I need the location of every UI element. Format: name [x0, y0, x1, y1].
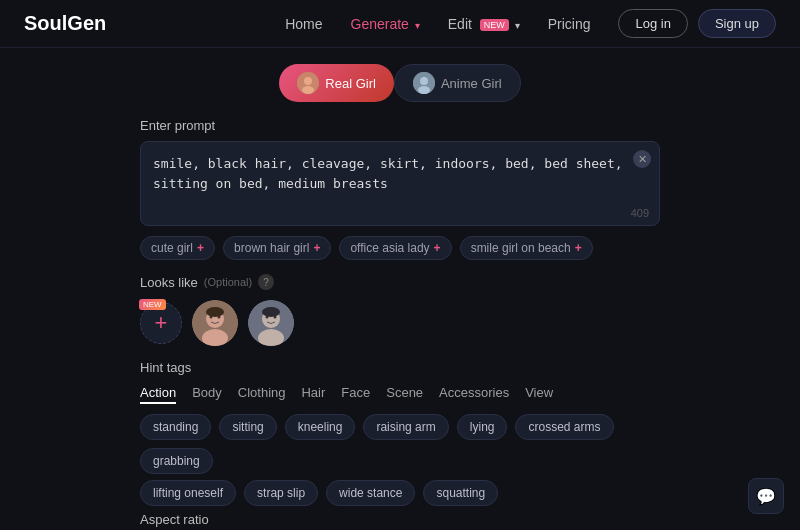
real-girl-avatar [297, 72, 319, 94]
looks-label: Looks like [140, 275, 198, 290]
signup-button[interactable]: Sign up [698, 9, 776, 38]
hint-cat-view[interactable]: View [525, 385, 553, 404]
hint-tag-strap-slip[interactable]: strap slip [244, 480, 318, 506]
svg-point-1 [304, 77, 312, 85]
hint-tag-squatting[interactable]: squatting [423, 480, 498, 506]
main-content: Real Girl Anime Girl Enter prompt smile,… [0, 48, 800, 530]
hint-cat-scene[interactable]: Scene [386, 385, 423, 404]
svg-point-17 [262, 307, 280, 317]
hint-tags-row-1: standing sitting kneeling raising arm ly… [140, 414, 660, 474]
looks-items: NEW + [140, 300, 660, 346]
chat-icon: 💬 [756, 487, 776, 506]
hint-categories: Action Body Clothing Hair Face Scene Acc… [140, 385, 660, 404]
look-avatar-2[interactable] [248, 300, 294, 346]
edit-new-badge: NEW [480, 19, 509, 31]
hint-cat-accessories[interactable]: Accessories [439, 385, 509, 404]
real-girl-face-icon [297, 72, 319, 94]
prompt-char-count: 409 [631, 207, 649, 219]
svg-point-2 [302, 86, 314, 94]
hint-tag-lifting-oneself[interactable]: lifting oneself [140, 480, 236, 506]
svg-point-11 [206, 307, 224, 317]
generate-arrow-icon: ▾ [415, 20, 420, 31]
look-avatar-1-face-icon [192, 300, 238, 346]
svg-point-4 [420, 77, 428, 85]
quick-tag-2[interactable]: office asia lady + [339, 236, 451, 260]
hint-tag-sitting[interactable]: sitting [219, 414, 276, 440]
quick-tag-0-plus: + [197, 241, 204, 255]
tab-real-girl[interactable]: Real Girl [279, 64, 394, 102]
hint-tag-raising-arm[interactable]: raising arm [363, 414, 448, 440]
quick-tag-2-plus: + [434, 241, 441, 255]
hint-tag-crossed-arms[interactable]: crossed arms [515, 414, 613, 440]
hint-cat-hair[interactable]: Hair [301, 385, 325, 404]
looks-like-header: Looks like (Optional) ? [140, 274, 660, 290]
hint-cat-face[interactable]: Face [341, 385, 370, 404]
quick-tags: cute girl + brown hair girl + office asi… [140, 236, 660, 260]
hint-tags-row-2: lifting oneself strap slip wide stance s… [140, 480, 660, 506]
hint-cat-body[interactable]: Body [192, 385, 222, 404]
quick-tag-1-plus: + [313, 241, 320, 255]
prompt-clear-button[interactable]: ✕ [633, 150, 651, 168]
login-button[interactable]: Log in [618, 9, 687, 38]
add-look-plus-icon: + [155, 310, 168, 336]
hint-cat-clothing[interactable]: Clothing [238, 385, 286, 404]
edit-arrow-icon: ▾ [515, 20, 520, 31]
chat-button[interactable]: 💬 [748, 478, 784, 514]
hint-tag-grabbing[interactable]: grabbing [140, 448, 213, 474]
nav-actions: Log in Sign up [618, 9, 776, 38]
looks-help-icon[interactable]: ? [258, 274, 274, 290]
hint-tag-standing[interactable]: standing [140, 414, 211, 440]
hint-tag-lying[interactable]: lying [457, 414, 508, 440]
tab-anime-girl[interactable]: Anime Girl [394, 64, 521, 102]
add-look-new-badge: NEW [139, 299, 166, 310]
prompt-input[interactable]: smile, black hair, cleavage, skirt, indo… [141, 142, 659, 222]
nav-links: Home Generate ▾ Edit NEW ▾ Pricing [285, 16, 590, 32]
nav-generate[interactable]: Generate ▾ [351, 16, 420, 32]
navbar: SoulGen Home Generate ▾ Edit NEW ▾ Prici… [0, 0, 800, 48]
quick-tag-3[interactable]: smile girl on beach + [460, 236, 593, 260]
add-look-button[interactable]: NEW + [140, 302, 182, 344]
nav-home[interactable]: Home [285, 16, 322, 32]
aspect-ratio-label: Aspect ratio [140, 512, 660, 527]
anime-girl-avatar [413, 72, 435, 94]
anime-girl-face-icon [413, 72, 435, 94]
tab-switcher: Real Girl Anime Girl [140, 64, 660, 102]
prompt-container: smile, black hair, cleavage, skirt, indo… [140, 141, 660, 226]
app-logo: SoulGen [24, 12, 106, 35]
quick-tag-3-plus: + [575, 241, 582, 255]
hint-tags-label: Hint tags [140, 360, 660, 375]
hint-tag-kneeling[interactable]: kneeling [285, 414, 356, 440]
nav-pricing[interactable]: Pricing [548, 16, 591, 32]
nav-edit[interactable]: Edit NEW ▾ [448, 16, 520, 32]
look-avatar-1[interactable] [192, 300, 238, 346]
looks-optional-label: (Optional) [204, 276, 252, 288]
quick-tag-1[interactable]: brown hair girl + [223, 236, 331, 260]
look-avatar-2-face-icon [248, 300, 294, 346]
svg-point-5 [418, 86, 430, 94]
hint-tag-wide-stance[interactable]: wide stance [326, 480, 415, 506]
prompt-label: Enter prompt [140, 118, 660, 133]
quick-tag-0[interactable]: cute girl + [140, 236, 215, 260]
hint-cat-action[interactable]: Action [140, 385, 176, 404]
